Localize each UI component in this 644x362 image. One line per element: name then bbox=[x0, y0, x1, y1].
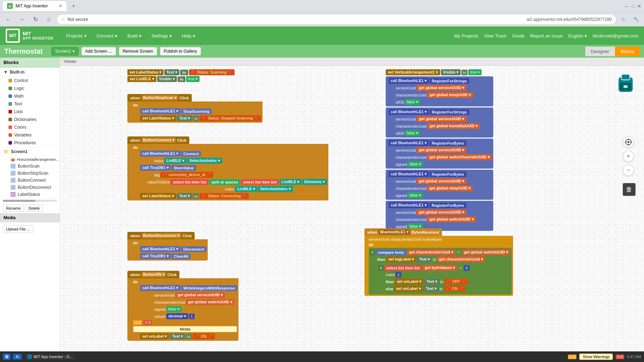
selection-index-block[interactable]: SelectionIndex ▾ bbox=[187, 158, 222, 164]
bt1-disconnect-block[interactable]: call BluetoothLE1 ▾ bbox=[140, 246, 180, 252]
tab-close-icon[interactable]: ✕ bbox=[59, 4, 62, 8]
report-issue-link[interactable]: Report an Issue bbox=[530, 33, 563, 39]
ai-taskbar-btn[interactable]: Ai bbox=[13, 354, 22, 360]
remove-screen-button[interactable]: Remove Screen bbox=[119, 47, 157, 56]
clear-all-block[interactable]: ClearAll bbox=[172, 253, 191, 259]
backpack[interactable] bbox=[616, 73, 636, 95]
get-switch-override-block[interactable]: get global switchOverrideUUID ▾ bbox=[427, 154, 491, 160]
store-value-block[interactable]: StoreValue bbox=[172, 165, 196, 171]
compare-texts-block[interactable]: compare texts bbox=[376, 250, 407, 255]
listble2-block[interactable]: ListBLE ▾ bbox=[280, 179, 302, 185]
register-strings-block[interactable]: RegisterForStrings bbox=[430, 78, 469, 84]
bt1-regbytes-block[interactable]: call BluetoothLE1 ▾ bbox=[389, 140, 429, 146]
language-link[interactable]: English ▾ bbox=[568, 33, 587, 39]
value-1-block[interactable]: 1 bbox=[189, 314, 195, 319]
bt1-regbytes2-block[interactable]: call BluetoothLE1 ▾ bbox=[389, 171, 429, 177]
blocks-button[interactable]: Blocks bbox=[615, 47, 640, 56]
start-button[interactable]: ⊞ bbox=[3, 354, 11, 360]
bt1-regbytes3-block[interactable]: call BluetoothLE1 ▾ bbox=[389, 202, 429, 208]
reload-button[interactable]: ↻ bbox=[30, 14, 41, 25]
when-disconnect-header[interactable]: when ButtonDisconnect ▾ Click bbox=[127, 232, 195, 239]
set-label-stopped[interactable]: set LabelStatus ▾ bbox=[140, 115, 176, 121]
status-scanning-block[interactable]: 🔴 Status: Scanning 🔴 bbox=[189, 69, 235, 75]
blocks-canvas[interactable]: set LabelStatus ▾ Text ▾ to 🔴 Status: Sc… bbox=[60, 66, 644, 360]
when-bytes-received-header[interactable]: when BluetoothLE1 ▾ BytesReceived bbox=[364, 228, 442, 236]
false-utf16-rs1[interactable]: false ▾ bbox=[405, 99, 420, 105]
set-on-label-block[interactable]: set onLabel ▾ bbox=[140, 333, 169, 339]
text-connecting[interactable]: Text ▾ bbox=[177, 193, 192, 199]
extensions-icon[interactable]: 🔧 bbox=[631, 14, 641, 24]
sidebar-item-math[interactable]: Math bbox=[0, 92, 60, 100]
publish-button[interactable]: Publish to Gallery bbox=[160, 47, 201, 56]
sidebar-item-control[interactable]: Control bbox=[0, 77, 60, 84]
target-button[interactable] bbox=[623, 136, 634, 148]
screen1-button[interactable]: Screen1▾ bbox=[51, 47, 79, 56]
listble-block[interactable]: ListBLE ▾ bbox=[164, 158, 186, 164]
call-tinydb-block[interactable]: call TinyDB1 ▾ bbox=[140, 165, 171, 171]
builtin-section-header[interactable]: ▼ Built-in bbox=[0, 68, 60, 77]
set-listble-block[interactable]: set ListBLE ▾ bbox=[127, 76, 156, 82]
trash-button[interactable]: 🗑 bbox=[623, 183, 636, 196]
sidebar-item-btndisconnect[interactable]: ButtonDisconnect bbox=[0, 184, 60, 191]
show-warnings-button[interactable]: Media bbox=[133, 326, 237, 332]
text-block[interactable]: Text ▾ bbox=[164, 69, 179, 75]
guide-link[interactable]: Guide bbox=[512, 33, 524, 39]
sidebar-item-lists[interactable]: Lists bbox=[0, 108, 60, 116]
screen1-section-header[interactable]: 📁 Screen1 bbox=[0, 147, 60, 156]
listble3-block[interactable]: ListBLE ▾ bbox=[235, 186, 257, 192]
text-on2[interactable]: Text ▾ bbox=[424, 286, 439, 292]
connected-device-block[interactable]: 📌 connected_device_id 📌 bbox=[160, 172, 213, 178]
sidebar-item-logic[interactable]: Logic bbox=[0, 84, 60, 92]
text-log[interactable]: Text ▾ bbox=[417, 256, 432, 262]
nav-projects[interactable]: Projects▾ bbox=[62, 31, 91, 41]
sidebar-item-btnscan[interactable]: ButtonScan bbox=[0, 163, 60, 170]
get-char-uuid-cmp[interactable]: get characteristicUuid ▾ bbox=[407, 249, 455, 255]
disconnect-block[interactable]: Disconnect bbox=[181, 246, 206, 252]
false-utf16-rs2[interactable]: false ▾ bbox=[405, 130, 420, 136]
true-block[interactable]: true ▾ bbox=[186, 76, 200, 82]
elements-block[interactable]: Elements ▾ bbox=[302, 179, 327, 185]
get-service-uuid-rb2[interactable]: get global serviceUUID ▾ bbox=[416, 178, 466, 184]
select-list-nested[interactable]: select list item list bbox=[384, 265, 422, 271]
on-val-block[interactable]: 📌 ON 📌 bbox=[192, 333, 215, 339]
text-stopped[interactable]: Text ▾ bbox=[177, 115, 192, 121]
set-vertical-arr-block[interactable]: set VerticalArrangement1 ▾ bbox=[386, 69, 440, 75]
add-screen-button[interactable]: Add Screen ... bbox=[81, 47, 116, 56]
decimal-block[interactable]: decimal ▾ bbox=[166, 313, 188, 319]
false-signed-rb1[interactable]: false ▾ bbox=[408, 161, 422, 167]
nav-settings[interactable]: Settings▾ bbox=[147, 31, 176, 41]
designer-button[interactable]: Designer bbox=[585, 47, 615, 56]
write-integers-block[interactable]: WriteIntegersWithResponse bbox=[181, 285, 237, 291]
sidebar-item-dictionaries[interactable]: Dictionaries bbox=[0, 116, 60, 123]
get-char-uuid-log[interactable]: get characteristicUuid ▾ bbox=[437, 256, 485, 262]
select-list-item-block[interactable]: select list item list bbox=[171, 179, 208, 185]
sidebar-item-horizontal[interactable]: 📦 HorizontalArrangemen... bbox=[0, 156, 60, 163]
view-trash-link[interactable]: View Trash bbox=[484, 33, 506, 39]
home-button[interactable]: ⌂ bbox=[43, 14, 54, 25]
register-bytes-block[interactable]: RegisterForBytes bbox=[430, 140, 466, 146]
nav-help[interactable]: Help▾ bbox=[178, 31, 200, 41]
status-connecting-block[interactable]: 🔴 Status: Connecting 🔴 bbox=[200, 193, 249, 199]
star-icon[interactable]: ☆ bbox=[619, 14, 628, 24]
tinydb-clear-block[interactable]: call TinyDB1 ▾ bbox=[140, 253, 171, 259]
scroll-bar[interactable] bbox=[3, 200, 57, 202]
nav-build[interactable]: Build▾ bbox=[123, 31, 146, 41]
on-val2-block[interactable]: 📌 ON 📌 bbox=[444, 286, 466, 292]
set-label-connecting[interactable]: set LabelStatus ▾ bbox=[140, 193, 176, 199]
bt1-regstr-block[interactable]: call BluetoothLE1 ▾ bbox=[389, 78, 429, 84]
set-on-label-on[interactable]: set onLabel ▾ bbox=[394, 286, 423, 292]
call-bt1-block[interactable]: call BluetoothLE1 ▾ bbox=[140, 108, 180, 114]
get-service-uuid-rs1[interactable]: get global serviceUUID ▾ bbox=[416, 85, 466, 91]
false-signed-block[interactable]: false ▾ bbox=[166, 306, 181, 312]
when-stopscan-header[interactable]: when ButtonStopScan ▾ Click bbox=[127, 94, 192, 101]
split-at-spaces-block[interactable]: split at spaces bbox=[209, 179, 240, 185]
stop-scanning-block[interactable]: StopScanning bbox=[181, 109, 212, 114]
visible-arr-block[interactable]: Visible ▾ bbox=[441, 69, 461, 75]
bt1-regstr2-block[interactable]: call BluetoothLE1 ▾ bbox=[389, 109, 429, 115]
register-bytes2-block[interactable]: RegisterForBytes bbox=[430, 171, 466, 177]
browser-tab[interactable]: M MIT App Inventor ✕ bbox=[3, 1, 67, 11]
set-on-label-off[interactable]: set onLabel ▾ bbox=[395, 279, 424, 285]
minimize-icon[interactable]: — bbox=[624, 4, 629, 9]
rename-button[interactable]: Rename bbox=[3, 205, 24, 212]
sidebar-item-procedures[interactable]: Procedures bbox=[0, 139, 60, 147]
